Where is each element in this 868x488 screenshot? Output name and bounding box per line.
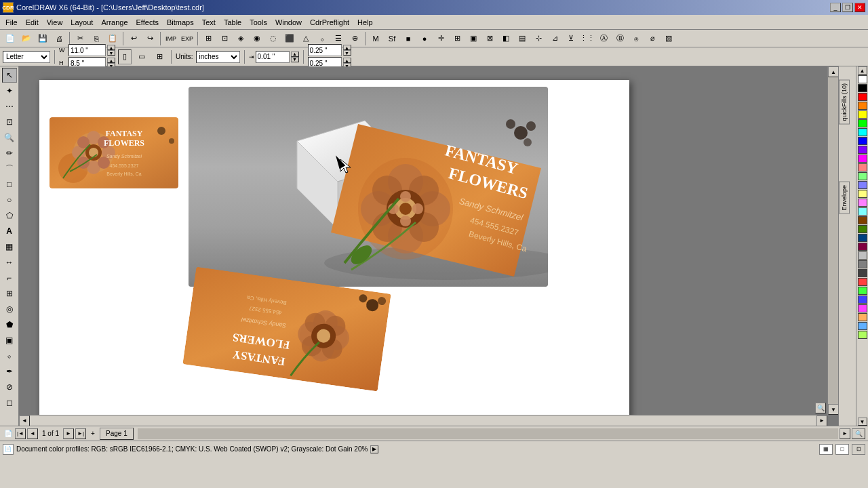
width-down-btn[interactable]: ▼ xyxy=(107,50,115,56)
tb-btn-1[interactable]: ⊞ xyxy=(201,31,216,46)
menu-table[interactable]: Table xyxy=(220,17,245,28)
rect-tool[interactable]: □ xyxy=(2,177,17,192)
swatch-sky[interactable] xyxy=(858,322,867,330)
crop-tool[interactable]: ⊡ xyxy=(2,115,17,129)
menu-window[interactable]: Window xyxy=(271,17,306,28)
tb-btn-28[interactable]: ⌀ xyxy=(645,31,660,46)
dimension-tool[interactable]: ↔ xyxy=(2,255,17,270)
status-expand-btn[interactable]: ▶ xyxy=(370,445,378,453)
add-page-btn[interactable]: 📄 xyxy=(3,428,14,439)
swatch-light-cyan[interactable] xyxy=(858,207,867,216)
tb-btn-26[interactable]: Ⓑ xyxy=(612,31,627,46)
page-options-button[interactable]: ⊞ xyxy=(152,49,167,64)
restore-button[interactable]: ❐ xyxy=(842,3,853,12)
width-up-btn[interactable]: ▲ xyxy=(107,45,115,50)
nudge-input[interactable] xyxy=(256,51,290,63)
swatch-olive[interactable] xyxy=(858,225,867,233)
select-tool[interactable]: ↖ xyxy=(2,68,17,83)
menu-arrange[interactable]: Arrange xyxy=(97,17,132,28)
menu-edit[interactable]: Edit xyxy=(22,17,43,28)
extrude-tool[interactable]: ▣ xyxy=(2,333,17,348)
menu-file[interactable]: File xyxy=(1,17,22,28)
redo-button[interactable]: ↪ xyxy=(142,31,157,46)
smear-tool[interactable]: ⋯ xyxy=(2,99,17,114)
new-button[interactable]: 📄 xyxy=(3,31,18,46)
swatch-lime[interactable] xyxy=(858,287,867,295)
scroll-v-track[interactable] xyxy=(828,77,838,404)
swatch-dark-gray[interactable] xyxy=(858,269,867,277)
blend-tool[interactable]: ⊞ xyxy=(2,286,17,301)
swatch-pink[interactable] xyxy=(858,163,867,171)
table-tool[interactable]: ▦ xyxy=(2,239,17,254)
tb-btn-12[interactable]: Sf xyxy=(384,31,399,46)
swatch-navy[interactable] xyxy=(858,234,867,242)
menu-layout[interactable]: Layout xyxy=(66,17,97,28)
swatch-orange[interactable] xyxy=(858,102,867,110)
menu-tools[interactable]: Tools xyxy=(245,17,271,28)
menu-view[interactable]: View xyxy=(43,17,67,28)
scroll-left-btn[interactable]: ◄ xyxy=(19,415,30,426)
swatch-magenta[interactable] xyxy=(858,155,867,163)
swatch-yellow[interactable] xyxy=(858,110,867,119)
tb-btn-23[interactable]: ⊻ xyxy=(564,31,578,46)
save-button[interactable]: 💾 xyxy=(35,31,50,46)
swatch-light-magenta[interactable] xyxy=(858,199,867,207)
business-card-flat[interactable]: FANTASY FLOWERS Sandy Schmitzel 454.555.… xyxy=(50,117,178,188)
swatch-salmon[interactable] xyxy=(858,278,867,286)
menu-help[interactable]: Help xyxy=(353,17,377,28)
tb-btn-3[interactable]: ◈ xyxy=(233,31,248,46)
tb-btn-27[interactable]: ⍟ xyxy=(629,31,644,46)
first-page-btn[interactable]: |◄ xyxy=(15,428,26,439)
export-button[interactable]: EXP xyxy=(180,31,195,46)
tb-btn-5[interactable]: ◌ xyxy=(266,31,281,46)
add-page-after-btn[interactable]: + xyxy=(87,428,98,439)
tb-btn-20[interactable]: ▤ xyxy=(515,31,530,46)
tb-btn-19[interactable]: ◧ xyxy=(498,31,513,46)
swatch-light-yellow[interactable] xyxy=(858,190,867,198)
swatch-blue[interactable] xyxy=(858,137,867,145)
tb-btn-25[interactable]: Ⓐ xyxy=(596,31,611,46)
nudge-down-btn[interactable]: ▼ xyxy=(291,57,299,62)
page-tab-1[interactable]: Page 1 xyxy=(100,428,134,440)
swatch-cyan[interactable] xyxy=(858,128,867,136)
contour-tool[interactable]: ◎ xyxy=(2,302,17,317)
portrait-button[interactable]: ▯ xyxy=(118,49,132,64)
vertical-scrollbar[interactable]: ▲ ▼ xyxy=(827,66,838,415)
undo-button[interactable]: ↩ xyxy=(126,31,141,46)
menu-bitmaps[interactable]: Bitmaps xyxy=(163,17,198,28)
swatch-maroon[interactable] xyxy=(858,243,867,251)
tb-btn-2[interactable]: ⊡ xyxy=(217,31,232,46)
tb-btn-17[interactable]: ▣ xyxy=(466,31,481,46)
outline-tool[interactable]: ◻ xyxy=(2,395,17,410)
tb-btn-14[interactable]: ● xyxy=(417,31,432,46)
tb-btn-13[interactable]: ■ xyxy=(401,31,416,46)
tb-btn-11[interactable]: M xyxy=(368,31,383,46)
open-button[interactable]: 📂 xyxy=(19,31,34,46)
units-select[interactable]: inches mm cm pixels xyxy=(196,51,240,63)
swatch-chartreuse[interactable] xyxy=(858,331,867,339)
last-page-btn[interactable]: ►| xyxy=(75,428,86,439)
envelope-tool[interactable]: ⬟ xyxy=(2,317,17,332)
nudge-up-btn[interactable]: ▲ xyxy=(291,52,299,57)
tb-btn-24[interactable]: ⋮⋮ xyxy=(580,31,595,46)
zoom-tool[interactable]: 🔍 xyxy=(2,130,17,145)
swatch-green[interactable] xyxy=(858,119,867,127)
prev-page-btn[interactable]: ◄ xyxy=(27,428,38,439)
tb-btn-6[interactable]: ⬛ xyxy=(282,31,297,46)
swatch-gray[interactable] xyxy=(858,260,867,268)
text-tool[interactable]: A xyxy=(2,224,17,239)
tb-btn-15[interactable]: ✛ xyxy=(433,31,448,46)
scroll-right-btn[interactable]: ► xyxy=(816,415,827,426)
ellipse-tool[interactable]: ○ xyxy=(2,192,17,207)
zoom-level-btn[interactable]: 🔍 xyxy=(852,428,865,439)
freehand-tool[interactable]: ✏ xyxy=(2,146,17,161)
transparency-tool[interactable]: ⬦ xyxy=(2,348,17,363)
title-bar-controls[interactable]: _ ❐ ✕ xyxy=(830,3,865,12)
tb-btn-16[interactable]: ⊞ xyxy=(450,31,465,46)
swatch-silver[interactable] xyxy=(858,251,867,260)
next-page-btn[interactable]: ► xyxy=(63,428,74,439)
dup-x-up-btn[interactable]: ▲ xyxy=(343,45,351,50)
height-up-btn[interactable]: ▲ xyxy=(107,58,115,63)
palette-scroll-down-btn[interactable]: ▼ xyxy=(858,418,867,426)
swatch-brown[interactable] xyxy=(858,216,867,224)
